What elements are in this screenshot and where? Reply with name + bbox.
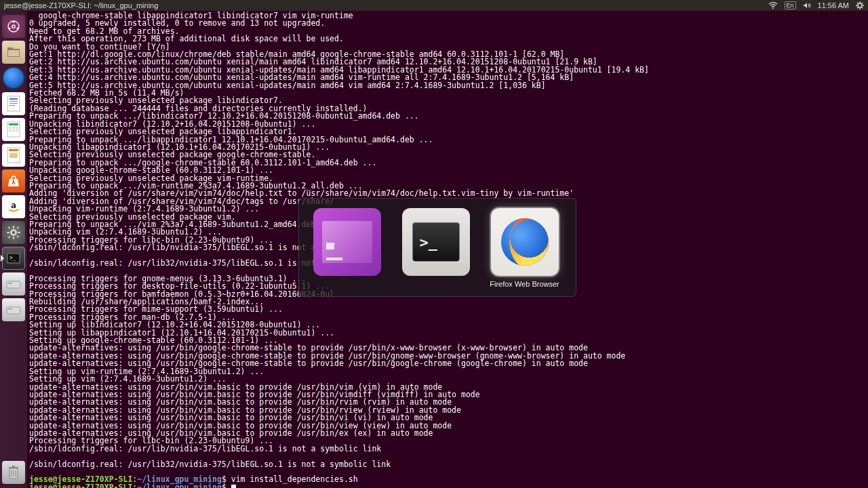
alttab-app-window[interactable]	[311, 208, 382, 289]
impress-icon[interactable]	[2, 144, 25, 167]
amazon-icon[interactable]: a	[2, 195, 25, 218]
svg-rect-28	[9, 129, 12, 131]
alttab-label-2: Firefox Web Browser	[490, 280, 559, 289]
svg-point-0	[772, 7, 774, 9]
disk1-icon[interactable]	[2, 272, 25, 296]
svg-rect-53	[9, 467, 18, 468]
svg-rect-54	[12, 466, 15, 467]
unity-launcher: A a >_	[0, 11, 27, 488]
svg-rect-30	[16, 129, 18, 131]
svg-rect-19	[9, 98, 18, 100]
svg-point-13	[8, 27, 10, 29]
svg-text:A: A	[12, 180, 16, 186]
svg-point-12	[16, 27, 18, 29]
svg-point-14	[12, 25, 15, 28]
svg-rect-41	[8, 226, 11, 229]
alttab-app-firefox[interactable]: Firefox Web Browser	[489, 208, 560, 289]
svg-rect-51	[8, 308, 12, 310]
trash-icon[interactable]	[2, 461, 25, 484]
svg-line-7	[862, 7, 863, 8]
svg-rect-24	[9, 123, 18, 125]
svg-rect-43	[8, 236, 11, 239]
svg-rect-33	[9, 153, 18, 158]
svg-rect-49	[8, 283, 12, 284]
files-icon[interactable]	[2, 41, 25, 64]
terminal-icon[interactable]: >_	[2, 247, 25, 270]
disk2-icon[interactable]	[2, 298, 25, 321]
svg-rect-22	[9, 105, 15, 106]
svg-rect-27	[16, 127, 18, 129]
sound-icon[interactable]	[803, 2, 811, 9]
lang-indicator[interactable]: En	[785, 1, 796, 9]
alt-tab-switcher: >_ Firefox Web Browser	[298, 198, 576, 297]
gear-icon[interactable]	[856, 1, 864, 9]
svg-rect-17	[8, 50, 19, 56]
svg-rect-39	[7, 232, 9, 233]
svg-rect-26	[12, 127, 15, 129]
svg-rect-37	[13, 226, 14, 228]
svg-rect-25	[9, 127, 12, 129]
svg-rect-29	[12, 129, 15, 131]
svg-rect-48	[7, 281, 20, 288]
firefox-icon[interactable]	[2, 66, 25, 89]
svg-rect-38	[13, 237, 14, 239]
svg-rect-50	[7, 307, 20, 314]
svg-point-11	[12, 20, 14, 22]
svg-line-9	[862, 3, 863, 3]
svg-rect-20	[9, 101, 18, 102]
wifi-icon[interactable]	[768, 2, 778, 9]
software-icon[interactable]: A	[2, 169, 25, 192]
settings-icon[interactable]	[2, 221, 25, 244]
svg-line-6	[857, 3, 858, 3]
svg-text:a: a	[11, 200, 16, 210]
alttab-app-terminal[interactable]: >_	[400, 208, 471, 289]
svg-line-8	[857, 7, 858, 8]
svg-point-45	[12, 231, 15, 234]
svg-rect-42	[17, 235, 20, 238]
window-title: jesse@jesse-Z170XP-SLI: ~/linux_gpu_mini…	[4, 1, 158, 9]
dash-icon[interactable]	[2, 15, 25, 38]
svg-rect-40	[18, 232, 20, 233]
svg-point-1	[858, 3, 862, 7]
writer-icon[interactable]	[2, 92, 25, 115]
svg-rect-16	[7, 47, 13, 50]
clock[interactable]: 11:56 AM	[818, 1, 849, 9]
calc-icon[interactable]	[2, 118, 25, 141]
svg-rect-44	[17, 226, 20, 229]
svg-rect-21	[9, 103, 18, 104]
svg-text:>_: >_	[9, 255, 16, 261]
top-menu-bar: jesse@jesse-Z170XP-SLI: ~/linux_gpu_mini…	[0, 0, 868, 11]
svg-rect-32	[9, 149, 18, 151]
